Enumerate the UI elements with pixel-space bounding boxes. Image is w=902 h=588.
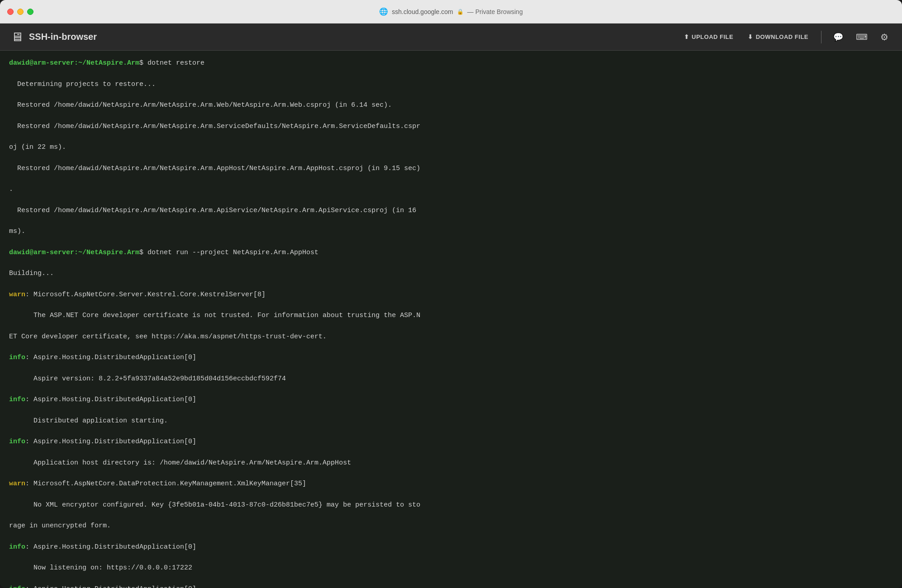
message-icon: [833, 32, 843, 42]
keyboard-icon: [856, 32, 868, 42]
info-label-2: info: [9, 396, 25, 403]
keyboard-button[interactable]: [853, 29, 870, 45]
lock-icon: 🔒: [457, 9, 464, 15]
prompt-1: dawid@arm-server:~/NetAspire.Arm: [9, 59, 139, 67]
terminal-content: dawid@arm-server:~/NetAspire.Arm$ dotnet…: [9, 58, 893, 588]
warn-label-2: warn: [9, 480, 25, 488]
info-label-1: info: [9, 354, 25, 361]
terminal[interactable]: dawid@arm-server:~/NetAspire.Arm$ dotnet…: [0, 51, 902, 588]
minimize-button[interactable]: [17, 9, 24, 15]
download-label: DOWNLOAD FILE: [756, 33, 808, 40]
divider: [821, 31, 821, 43]
download-file-button[interactable]: DOWNLOAD FILE: [744, 31, 812, 43]
message-button[interactable]: [831, 29, 846, 45]
close-button[interactable]: [7, 9, 14, 15]
settings-button[interactable]: [878, 29, 891, 45]
url-text: ssh.cloud.google.com: [392, 8, 453, 15]
warn-label-1: warn: [9, 291, 25, 299]
chip-icon: 🖥: [11, 29, 24, 44]
download-icon: [748, 33, 753, 40]
header-actions: UPLOAD FILE DOWNLOAD FILE: [680, 29, 891, 45]
globe-icon: 🌐: [379, 7, 388, 16]
traffic-lights: [7, 9, 33, 15]
info-label-3: info: [9, 438, 25, 446]
upload-icon: [684, 33, 689, 40]
app-logo: 🖥 SSH-in-browser: [11, 29, 97, 44]
app-title: SSH-in-browser: [29, 32, 97, 42]
titlebar: 🌐 ssh.cloud.google.com 🔒 — Private Brows…: [0, 0, 902, 24]
gear-icon: [880, 32, 888, 43]
maximize-button[interactable]: [27, 9, 33, 15]
info-label-4: info: [9, 543, 25, 551]
prompt-2: dawid@arm-server:~/NetAspire.Arm: [9, 249, 139, 256]
browser-window: 🌐 ssh.cloud.google.com 🔒 — Private Brows…: [0, 0, 902, 588]
private-browsing-label: — Private Browsing: [467, 8, 523, 15]
app-header: 🖥 SSH-in-browser UPLOAD FILE DOWNLOAD FI…: [0, 24, 902, 51]
address-bar: 🌐 ssh.cloud.google.com 🔒 — Private Brows…: [379, 7, 522, 16]
upload-file-button[interactable]: UPLOAD FILE: [680, 31, 737, 43]
info-label-5: info: [9, 585, 25, 588]
upload-label: UPLOAD FILE: [692, 33, 733, 40]
